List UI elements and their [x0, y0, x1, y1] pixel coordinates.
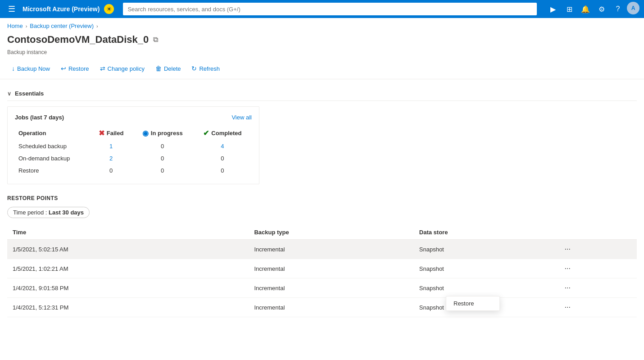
backup-now-button[interactable]: ↓ Backup Now [7, 63, 54, 74]
rp-actions: ··· [557, 259, 637, 278]
rp-col-backup-type: Backup type [249, 225, 413, 240]
sun-icon[interactable]: ☀ [104, 4, 114, 14]
refresh-label: Refresh [199, 65, 220, 72]
cloud-shell-icon[interactable]: ▶ [546, 2, 560, 16]
portal-menu-icon[interactable]: ⊞ [562, 2, 576, 16]
completed-icon: ✔ [203, 129, 209, 137]
table-row: 1/4/2021, 9:01:58 PM Incremental Snapsho… [7, 278, 637, 298]
copy-icon[interactable]: ⧉ [153, 36, 158, 44]
completed-count: 0 [221, 167, 224, 174]
col-in-progress: ◉ In progress [132, 126, 193, 140]
completed-count-link[interactable]: 4 [221, 143, 224, 150]
rp-data-store: Snapshot [414, 259, 557, 278]
table-row: Restore 0 0 0 [15, 164, 252, 177]
rp-time: 1/5/2021, 1:02:21 AM [7, 259, 249, 278]
view-all-link[interactable]: View all [231, 114, 252, 121]
failed-cell: 1 [91, 140, 132, 152]
restore-points-table: Time Backup type Data store 1/5/2021, 5:… [7, 225, 637, 317]
failed-cell: 0 [91, 164, 132, 177]
failed-count-link[interactable]: 1 [109, 143, 113, 150]
row-actions-button[interactable]: ··· [562, 244, 573, 254]
jobs-table: Operation ✖ Failed ◉ In progress [15, 126, 252, 177]
breadcrumb-home[interactable]: Home [7, 23, 23, 29]
change-policy-icon: ⇄ [100, 65, 105, 72]
breadcrumb-sep-2: › [96, 23, 98, 29]
row-actions-button[interactable]: ··· [562, 264, 573, 273]
completed-cell: 4 [193, 140, 252, 152]
table-row: On-demand backup 2 0 0 [15, 152, 252, 164]
delete-label: Delete [164, 65, 181, 72]
page-title: ContosoDemoVM_DataDisk_0 [7, 34, 149, 46]
main-content: ∨ Essentials Jobs (last 7 days) View all… [0, 79, 644, 324]
restore-label: Restore [68, 65, 89, 72]
time-period-badge[interactable]: Time period : Last 30 days [7, 207, 90, 218]
time-period-value: Last 30 days [49, 209, 84, 216]
refresh-icon: ↻ [191, 65, 197, 72]
help-icon[interactable]: ? [611, 2, 625, 16]
time-period-label: Time period : [13, 209, 47, 216]
restore-button[interactable]: ↩ Restore [56, 63, 94, 74]
col-completed: ✔ Completed [193, 126, 252, 140]
table-row: 1/5/2021, 1:02:21 AM Incremental Snapsho… [7, 259, 637, 278]
completed-cell: 0 [193, 152, 252, 164]
restore-icon: ↩ [61, 65, 66, 72]
row-actions-button[interactable]: ··· [562, 302, 573, 312]
rp-time: 1/4/2021, 9:01:58 PM [7, 278, 249, 298]
rp-actions: ··· [557, 240, 637, 259]
row-actions-button[interactable]: ··· [562, 283, 573, 293]
menu-icon[interactable]: ☰ [5, 2, 19, 16]
failed-icon: ✖ [99, 129, 104, 137]
delete-icon: 🗑 [155, 65, 162, 72]
rp-backup-type: Incremental [249, 259, 413, 278]
essentials-label: Essentials [15, 90, 44, 97]
table-row: 1/4/2021, 5:12:31 PM Incremental Snapsho… [7, 298, 637, 317]
failed-cell: 2 [91, 152, 132, 164]
operation-cell: Scheduled backup [15, 140, 91, 152]
in-progress-cell: 0 [132, 140, 193, 152]
in-progress-cell: 0 [132, 152, 193, 164]
delete-button[interactable]: 🗑 Delete [151, 63, 186, 74]
rp-backup-type: Incremental [249, 278, 413, 298]
search-input[interactable] [123, 3, 537, 15]
topbar-icons: ▶ ⊞ 🔔 ⚙ ? A [546, 2, 639, 16]
settings-icon[interactable]: ⚙ [594, 2, 609, 16]
topbar: ☰ Microsoft Azure (Preview) ☀ ▶ ⊞ 🔔 ⚙ ? … [0, 0, 644, 18]
jobs-card: Jobs (last 7 days) View all Operation ✖ … [7, 106, 259, 184]
jobs-title: Jobs (last 7 days) [15, 114, 64, 121]
context-menu-restore[interactable]: Restore [446, 296, 499, 310]
restore-points-title: RESTORE POINTS [7, 195, 637, 201]
col-failed: ✖ Failed [91, 126, 132, 140]
essentials-chevron-icon: ∨ [7, 91, 11, 97]
rp-backup-type: Incremental [249, 240, 413, 259]
backup-now-icon: ↓ [12, 65, 15, 72]
app-title: Microsoft Azure (Preview) [23, 5, 100, 13]
change-policy-button[interactable]: ⇄ Change policy [95, 63, 149, 74]
rp-actions: ··· [557, 278, 637, 298]
rp-data-store: Snapshot [414, 240, 557, 259]
essentials-header[interactable]: ∨ Essentials [7, 87, 637, 101]
page-header: ContosoDemoVM_DataDisk_0 ⧉ [0, 32, 644, 49]
jobs-header: Jobs (last 7 days) View all [15, 114, 252, 121]
toolbar: ↓ Backup Now ↩ Restore ⇄ Change policy 🗑… [0, 60, 644, 79]
in-progress-icon: ◉ [142, 129, 149, 137]
rp-data-store: Snapshot [414, 278, 557, 298]
page-subtitle: Backup instance [0, 49, 644, 60]
failed-count: 0 [109, 167, 113, 174]
breadcrumb-backup-center[interactable]: Backup center (Preview) [30, 23, 94, 29]
in-progress-cell: 0 [132, 164, 193, 177]
rp-col-time: Time [7, 225, 249, 240]
table-row: 1/5/2021, 5:02:15 AM Incremental Snapsho… [7, 240, 637, 259]
notifications-icon[interactable]: 🔔 [578, 2, 593, 16]
rp-backup-type: Incremental [249, 298, 413, 317]
breadcrumb-sep-1: › [26, 23, 27, 29]
refresh-button[interactable]: ↻ Refresh [187, 63, 224, 74]
rp-col-actions [557, 225, 637, 240]
rp-col-data-store: Data store [414, 225, 557, 240]
operation-cell: On-demand backup [15, 152, 91, 164]
rp-time: 1/4/2021, 5:12:31 PM [7, 298, 249, 317]
breadcrumb: Home › Backup center (Preview) › [0, 18, 644, 32]
failed-count-link[interactable]: 2 [109, 155, 113, 162]
avatar[interactable]: A [627, 2, 639, 14]
completed-count: 0 [221, 155, 224, 162]
change-policy-label: Change policy [108, 65, 145, 72]
